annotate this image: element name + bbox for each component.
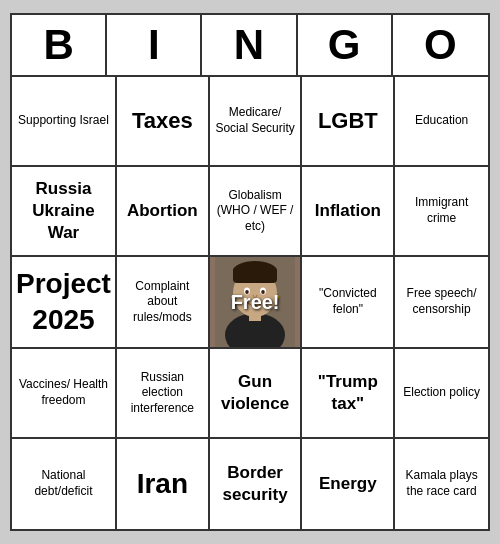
bingo-cell: Election policy — [395, 349, 488, 439]
bingo-card: BINGO Supporting IsraelTaxesMedicare/ So… — [10, 13, 490, 531]
bingo-cell: Taxes — [117, 77, 210, 167]
cell-text: LGBT — [318, 107, 378, 136]
cell-text: Immigrant crime — [399, 195, 484, 226]
cell-text: Education — [415, 113, 468, 129]
cell-text: Russia Ukraine War — [16, 178, 111, 244]
header-letter: N — [202, 15, 297, 75]
bingo-cell: Education — [395, 77, 488, 167]
cell-text: Energy — [319, 473, 377, 495]
bingo-cell: Supporting Israel — [12, 77, 117, 167]
bingo-cell: Kamala plays the race card — [395, 439, 488, 529]
cell-text: Taxes — [132, 107, 193, 136]
bingo-cell: Russia Ukraine War — [12, 167, 117, 257]
bingo-cell: Vaccines/ Health freedom — [12, 349, 117, 439]
cell-text: "Convicted felon" — [306, 286, 389, 317]
cell-text: Abortion — [127, 200, 198, 222]
header-letter: I — [107, 15, 202, 75]
cell-text: Vaccines/ Health freedom — [16, 377, 111, 408]
cell-text: Medicare/ Social Security — [214, 105, 297, 136]
free-label: Free! — [231, 289, 280, 315]
bingo-cell: Russian election interference — [117, 349, 210, 439]
bingo-cell: Border security — [210, 439, 303, 529]
bingo-cell: Energy — [302, 439, 395, 529]
cell-text: National debt/deficit — [16, 468, 111, 499]
bingo-cell: Immigrant crime — [395, 167, 488, 257]
bingo-cell: Abortion — [117, 167, 210, 257]
cell-text: "Trump tax" — [306, 371, 389, 415]
cell-text: Gun violence — [214, 371, 297, 415]
bingo-cell: Free! — [210, 257, 303, 349]
header-letter: B — [12, 15, 107, 75]
cell-text: Supporting Israel — [18, 113, 109, 129]
bingo-cell: "Convicted felon" — [302, 257, 395, 349]
bingo-cell: National debt/deficit — [12, 439, 117, 529]
cell-text: Project 2025 — [16, 266, 111, 339]
bingo-header: BINGO — [12, 15, 488, 77]
bingo-grid: Supporting IsraelTaxesMedicare/ Social S… — [12, 77, 488, 529]
cell-text: Border security — [214, 462, 297, 506]
bingo-cell: Iran — [117, 439, 210, 529]
cell-text: Election policy — [403, 385, 480, 401]
cell-text: Complaint about rules/mods — [121, 279, 204, 326]
bingo-cell: Complaint about rules/mods — [117, 257, 210, 349]
bingo-cell: Medicare/ Social Security — [210, 77, 303, 167]
header-letter: G — [298, 15, 393, 75]
bingo-cell: Globalism (WHO / WEF / etc) — [210, 167, 303, 257]
bingo-cell: LGBT — [302, 77, 395, 167]
cell-text: Free speech/ censorship — [399, 286, 484, 317]
svg-rect-5 — [233, 267, 277, 283]
cell-text: Iran — [137, 466, 188, 502]
bingo-cell: Free speech/ censorship — [395, 257, 488, 349]
bingo-cell: Gun violence — [210, 349, 303, 439]
cell-text: Kamala plays the race card — [399, 468, 484, 499]
bingo-cell: Project 2025 — [12, 257, 117, 349]
cell-text: Inflation — [315, 200, 381, 222]
header-letter: O — [393, 15, 488, 75]
bingo-cell: Inflation — [302, 167, 395, 257]
cell-text: Russian election interference — [121, 370, 204, 417]
cell-text: Globalism (WHO / WEF / etc) — [214, 188, 297, 235]
bingo-cell: "Trump tax" — [302, 349, 395, 439]
